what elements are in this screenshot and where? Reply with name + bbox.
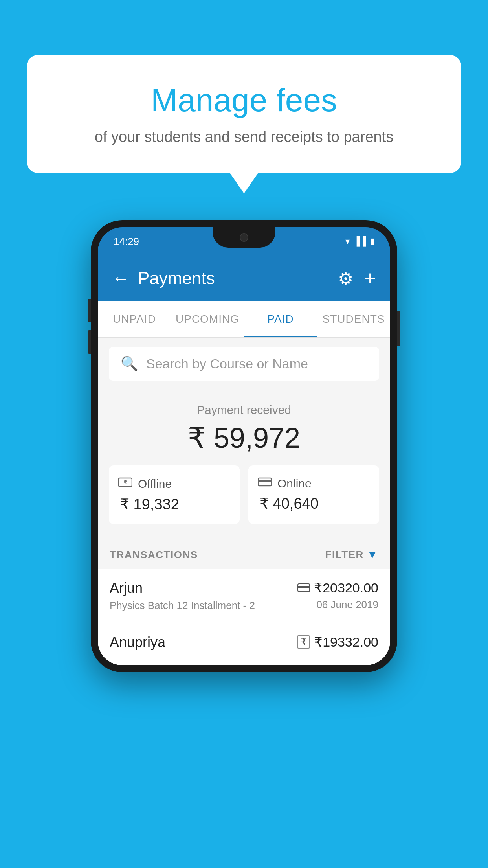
status-bar: 14:29 ▾ ▐▐ ▮ — [98, 227, 390, 256]
table-row[interactable]: Anupriya ₹ ₹19332.00 — [98, 623, 390, 665]
header-right: ⚙ + — [338, 267, 376, 290]
svg-rect-3 — [258, 480, 272, 482]
volume-up-button[interactable] — [88, 299, 91, 322]
transaction-date: 06 June 2019 — [297, 599, 378, 611]
bubble-title: Manage fees — [50, 83, 438, 118]
cash-payment-icon: ₹ — [297, 635, 310, 649]
offline-label: Offline — [138, 477, 172, 491]
volume-down-button[interactable] — [88, 330, 91, 354]
transaction-left: Arjun Physics Batch 12 Installment - 2 — [110, 580, 297, 612]
transaction-detail: Physics Batch 12 Installment - 2 — [110, 600, 297, 612]
notch — [213, 227, 275, 248]
add-button[interactable]: + — [364, 267, 376, 290]
card-payment-icon — [297, 580, 310, 596]
tab-upcoming[interactable]: UPCOMING — [171, 301, 244, 337]
transaction-left: Anupriya — [110, 634, 297, 654]
search-input[interactable]: Search by Course or Name — [146, 356, 308, 371]
filter-button[interactable]: FILTER ▼ — [325, 548, 378, 561]
transactions-label: TRANSACTIONS — [110, 549, 198, 561]
offline-amount: ₹ 19,332 — [118, 496, 230, 513]
online-icon — [258, 476, 272, 490]
status-icons: ▾ ▐▐ ▮ — [345, 236, 374, 246]
payment-cards: ₹ Offline ₹ 19,332 — [109, 465, 379, 524]
svg-rect-5 — [298, 586, 310, 588]
transaction-right: ₹ ₹19332.00 — [297, 634, 378, 653]
transaction-right: ₹20320.00 06 June 2019 — [297, 580, 378, 611]
tabs-bar: UNPAID UPCOMING PAID STUDENTS — [98, 301, 390, 338]
offline-card-header: ₹ Offline — [118, 476, 230, 491]
payment-received-label: Payment received — [109, 403, 379, 417]
online-payment-card: Online ₹ 40,640 — [248, 465, 379, 524]
camera — [240, 233, 248, 242]
offline-icon: ₹ — [118, 476, 132, 491]
search-container: 🔍 Search by Course or Name — [98, 338, 390, 389]
phone-frame-wrapper: 14:29 ▾ ▐▐ ▮ ← Payments ⚙ + — [91, 220, 397, 672]
power-button[interactable] — [397, 311, 400, 346]
phone-frame: 14:29 ▾ ▐▐ ▮ ← Payments ⚙ + — [91, 220, 397, 672]
tab-paid[interactable]: PAID — [244, 301, 317, 337]
transaction-amount: ₹ ₹19332.00 — [297, 634, 378, 650]
online-label: Online — [277, 477, 312, 490]
header-left: ← Payments — [112, 268, 215, 288]
table-row[interactable]: Arjun Physics Batch 12 Installment - 2 — [98, 569, 390, 623]
tab-students[interactable]: STUDENTS — [317, 301, 390, 337]
app-header: ← Payments ⚙ + — [98, 256, 390, 301]
offline-payment-card: ₹ Offline ₹ 19,332 — [109, 465, 240, 524]
filter-icon: ▼ — [367, 548, 378, 561]
back-button[interactable]: ← — [112, 270, 129, 287]
payment-summary: Payment received ₹ 59,972 ₹ — [98, 389, 390, 537]
wifi-icon: ▾ — [345, 236, 350, 246]
search-box[interactable]: 🔍 Search by Course or Name — [109, 347, 379, 381]
tab-unpaid[interactable]: UNPAID — [98, 301, 171, 337]
page-title: Payments — [138, 268, 215, 288]
online-card-header: Online — [258, 476, 370, 490]
transactions-list: Arjun Physics Batch 12 Installment - 2 — [98, 569, 390, 665]
online-amount: ₹ 40,640 — [258, 495, 370, 512]
transactions-header: TRANSACTIONS FILTER ▼ — [98, 537, 390, 569]
transaction-name: Anupriya — [110, 634, 297, 651]
signal-icon: ▐▐ — [354, 236, 366, 246]
settings-icon[interactable]: ⚙ — [338, 268, 353, 289]
svg-text:₹: ₹ — [124, 479, 127, 485]
status-time: 14:29 — [114, 235, 139, 248]
transaction-name: Arjun — [110, 580, 297, 596]
speech-bubble-wrapper: Manage fees of your students and send re… — [27, 55, 461, 173]
transaction-amount: ₹20320.00 — [297, 580, 378, 596]
search-icon: 🔍 — [121, 355, 138, 372]
phone-screen: ← Payments ⚙ + UNPAID UPCOMING PAID — [98, 256, 390, 665]
battery-icon: ▮ — [370, 236, 374, 246]
bubble-subtitle: of your students and send receipts to pa… — [50, 127, 438, 147]
payment-total-amount: ₹ 59,972 — [109, 421, 379, 454]
speech-bubble: Manage fees of your students and send re… — [27, 55, 461, 173]
